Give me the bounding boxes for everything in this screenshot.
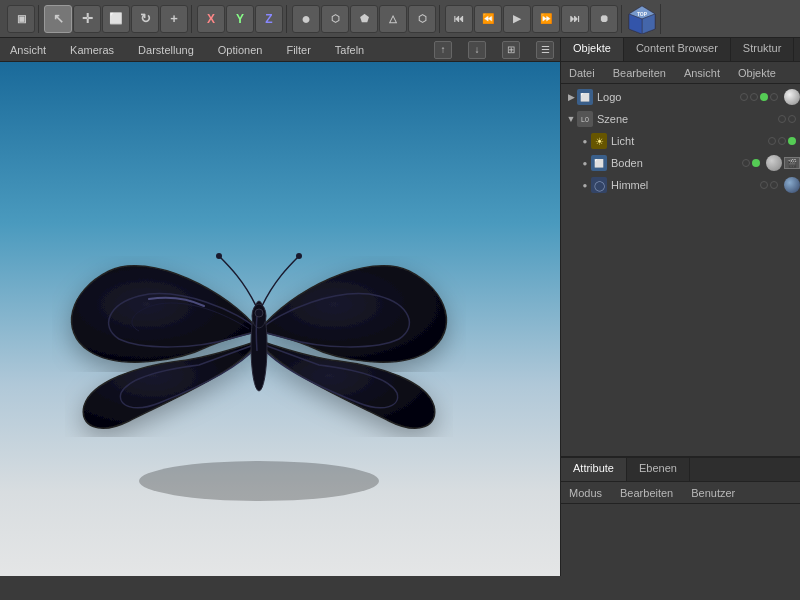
- viewport-darstellung[interactable]: Darstellung: [134, 42, 198, 58]
- tree-item-szene[interactable]: ▼ L0 Szene: [561, 108, 800, 130]
- bottom-panel: Attribute Ebenen Modus Bearbeiten Benutz…: [561, 456, 800, 576]
- dot2: [788, 115, 796, 123]
- bottom-sub-menu: Modus Bearbeiten Benutzer: [561, 482, 800, 504]
- svg-text:TOP: TOP: [637, 11, 648, 17]
- licht-label: Licht: [611, 135, 768, 147]
- svg-point-9: [296, 253, 302, 259]
- nav-cube-icon[interactable]: TOP: [627, 4, 657, 34]
- prev-frame-btn[interactable]: ⏪: [474, 5, 502, 33]
- axis-x-button[interactable]: X: [197, 5, 225, 33]
- dot1: [740, 93, 748, 101]
- butterfly-object: [49, 151, 469, 511]
- attr-modus[interactable]: Modus: [565, 485, 606, 501]
- viewport[interactable]: Ansicht Kameras Darstellung Optionen Fil…: [0, 38, 560, 576]
- sub-ansicht[interactable]: Ansicht: [680, 65, 724, 81]
- new-button[interactable]: ▣: [7, 5, 35, 33]
- logo-label: Logo: [597, 91, 740, 103]
- tree-item-licht[interactable]: ● ☀ Licht: [561, 130, 800, 152]
- logo-dots: [740, 93, 778, 101]
- viewport-menu-btn[interactable]: ☰: [536, 41, 554, 59]
- dot1: [778, 115, 786, 123]
- shape-tool-group: ● ⬡ ⬟ △ ⬡: [289, 5, 440, 33]
- dot1: [742, 159, 750, 167]
- expand-boden[interactable]: ●: [579, 157, 591, 169]
- tab-content-browser[interactable]: Content Browser: [624, 38, 731, 61]
- viewport-expand-btn[interactable]: ⊞: [502, 41, 520, 59]
- viewport-ansicht[interactable]: Ansicht: [6, 42, 50, 58]
- nav-cube-group: TOP: [624, 4, 661, 34]
- play-btn[interactable]: ▶: [503, 5, 531, 33]
- shape4-tool[interactable]: △: [379, 5, 407, 33]
- expand-szene[interactable]: ▼: [565, 113, 577, 125]
- create-tool[interactable]: +: [160, 5, 188, 33]
- sub-bearbeiten[interactable]: Bearbeiten: [609, 65, 670, 81]
- main-toolbar: ▣ ↖ ✛ ⬜ ↻ + X Y Z ● ⬡ ⬟ △ ⬡ ⏮ ⏪ ▶ ⏩ ⏭ ⏺ …: [0, 0, 800, 38]
- axis-group: X Y Z: [194, 5, 287, 33]
- tree-item-logo[interactable]: ▶ ⬜ Logo: [561, 86, 800, 108]
- himmel-dots: [760, 181, 778, 189]
- right-top-tabs: Objekte Content Browser Struktur: [561, 38, 800, 62]
- tab-ebenen[interactable]: Ebenen: [627, 458, 690, 481]
- tab-struktur[interactable]: Struktur: [731, 38, 795, 61]
- logo-icon: ⬜: [577, 89, 593, 105]
- boden-icon: ⬜: [591, 155, 607, 171]
- dot3: [788, 137, 796, 145]
- dot1: [768, 137, 776, 145]
- axis-z-button[interactable]: Z: [255, 5, 283, 33]
- expand-himmel[interactable]: ●: [579, 179, 591, 191]
- tree-item-himmel[interactable]: ● ◯ Himmel: [561, 174, 800, 196]
- end-frame-btn[interactable]: ⏭: [561, 5, 589, 33]
- sub-objekte[interactable]: Objekte: [734, 65, 780, 81]
- dot2: [752, 159, 760, 167]
- next-frame-btn[interactable]: ⏩: [532, 5, 560, 33]
- rotate-tool[interactable]: ↻: [131, 5, 159, 33]
- boden-label: Boden: [611, 157, 742, 169]
- move-tool[interactable]: ✛: [73, 5, 101, 33]
- svg-point-10: [255, 309, 263, 317]
- viewport-optionen[interactable]: Optionen: [214, 42, 267, 58]
- main-area: Ansicht Kameras Darstellung Optionen Fil…: [0, 38, 800, 576]
- szene-dots: [778, 115, 796, 123]
- tab-attribute[interactable]: Attribute: [561, 458, 627, 481]
- expand-logo[interactable]: ▶: [565, 91, 577, 103]
- attr-benutzer[interactable]: Benutzer: [687, 485, 739, 501]
- select-tool[interactable]: ↖: [44, 5, 72, 33]
- axis-y-button[interactable]: Y: [226, 5, 254, 33]
- attr-bearbeiten[interactable]: Bearbeiten: [616, 485, 677, 501]
- boden-dots: [742, 159, 760, 167]
- viewport-up-btn[interactable]: ↑: [434, 41, 452, 59]
- sub-datei[interactable]: Datei: [565, 65, 599, 81]
- record-btn[interactable]: ⏺: [590, 5, 618, 33]
- viewport-tafeln[interactable]: Tafeln: [331, 42, 368, 58]
- expand-licht[interactable]: ●: [579, 135, 591, 147]
- tab-objekte[interactable]: Objekte: [561, 38, 624, 61]
- dot3: [760, 93, 768, 101]
- dot2: [770, 181, 778, 189]
- himmel-icon: ◯: [591, 177, 607, 193]
- bottom-content: [561, 504, 800, 576]
- scene-tree: ▶ ⬜ Logo ▼ L0 Szene: [561, 84, 800, 456]
- playback-group: ⏮ ⏪ ▶ ⏩ ⏭ ⏺: [442, 5, 622, 33]
- right-sub-menu: Datei Bearbeiten Ansicht Objekte: [561, 62, 800, 84]
- tree-item-boden[interactable]: ● ⬜ Boden 🎬: [561, 152, 800, 174]
- viewport-down-btn[interactable]: ↓: [468, 41, 486, 59]
- svg-point-5: [139, 461, 379, 501]
- shape2-tool[interactable]: ⬡: [321, 5, 349, 33]
- scale-tool[interactable]: ⬜: [102, 5, 130, 33]
- logo-material-thumb: [784, 89, 800, 105]
- shape5-tool[interactable]: ⬡: [408, 5, 436, 33]
- shape3-tool[interactable]: ⬟: [350, 5, 378, 33]
- dot2: [750, 93, 758, 101]
- licht-icon: ☀: [591, 133, 607, 149]
- boden-film-icon: 🎬: [784, 157, 800, 169]
- boden-material: [766, 155, 782, 171]
- transform-tool-group: ↖ ✛ ⬜ ↻ +: [41, 5, 192, 33]
- dot1: [760, 181, 768, 189]
- keyframe-btn[interactable]: ⏮: [445, 5, 473, 33]
- viewport-filter[interactable]: Filter: [282, 42, 314, 58]
- himmel-label: Himmel: [611, 179, 760, 191]
- viewport-kameras[interactable]: Kameras: [66, 42, 118, 58]
- right-panel: Objekte Content Browser Struktur Datei B…: [560, 38, 800, 576]
- szene-icon: L0: [577, 111, 593, 127]
- object-tool[interactable]: ●: [292, 5, 320, 33]
